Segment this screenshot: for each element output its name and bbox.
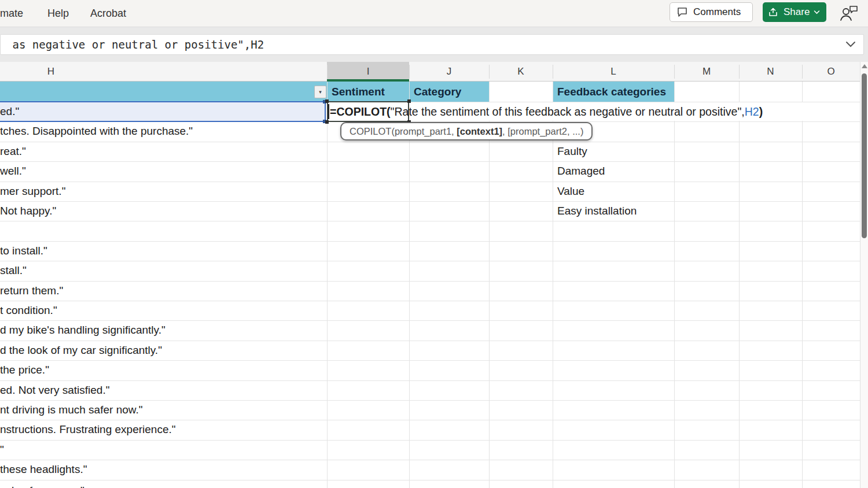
cell-l4[interactable]: Faulty [557,142,673,161]
table-header-category: Category [414,82,461,102]
vertical-scrollbar[interactable] [860,62,868,488]
sheet-grid: Sentiment Category Feedback categories ▾… [0,82,860,488]
comments-button[interactable]: Comments [670,2,753,22]
table-header-feedback-categories: Feedback categories [557,82,666,102]
column-header-j[interactable]: J [409,62,489,81]
cell-h3[interactable]: tches. Disappointed with the purchase." [0,121,325,141]
cell-i2-formula[interactable]: =COPILOT("Rate the sentiment of this fee… [330,102,763,121]
share-with-people-icon[interactable] [838,4,860,23]
cell-h13[interactable]: d my bike's handling significantly." [0,320,325,340]
cell-h16[interactable]: ed. Not very satisfied." [0,380,325,400]
chevron-down-icon [814,10,820,14]
cell-h6[interactable]: mer support." [0,182,325,201]
cell-h7[interactable]: Not happy." [0,201,325,221]
comments-button-label: Comments [693,6,741,18]
formula-bar-input[interactable]: as negative or neutral or positive",H2 [0,34,864,55]
column-divider [489,65,490,79]
gridline [0,480,860,480]
function-signature-tooltip: COPILOT(prompt_part1, [context1], [promp… [340,122,593,141]
menu-tab-acrobat[interactable]: Acrobat [90,0,126,27]
share-button-label: Share [784,6,810,18]
cell-h15[interactable]: the price." [0,360,325,380]
formula-string-argument: "Rate the sentiment of this feedback as … [391,105,745,118]
column-divider [553,65,553,79]
formula-bar-expand-chevron-icon[interactable] [844,40,857,49]
tooltip-text-pre: COPILOT(prompt_part1, [350,126,457,137]
cell-h11[interactable]: return them." [0,281,325,301]
cell-h5[interactable]: well." [0,161,325,181]
cell-h18[interactable]: nstructions. Frustrating experience." [0,420,325,439]
cell-h4[interactable]: reat." [0,142,325,161]
cell-l7[interactable]: Easy installation [557,201,673,221]
column-divider [739,65,740,79]
column-header-o[interactable]: O [802,62,860,81]
column-header-h[interactable]: H [0,62,102,81]
column-divider [674,65,675,79]
gridline [802,82,803,488]
column-divider [409,65,410,79]
cell-h20[interactable]: these headlights." [0,460,325,479]
column-header-l[interactable]: L [553,62,674,81]
tooltip-active-argument: [context1] [457,126,502,137]
cell-h21[interactable]: value for money." [0,481,325,488]
edit-cell-handle[interactable] [325,99,329,103]
scroll-up-arrow-icon[interactable] [862,64,867,68]
formula-function-name: =COPILOT( [330,105,391,118]
scrollbar-thumb[interactable] [862,73,867,238]
column-divider [327,65,328,79]
column-divider [802,65,803,79]
share-icon [768,7,779,17]
text-cursor [328,104,329,119]
cell-h14[interactable]: d the look of my car significantly." [0,341,325,360]
ribbon-menubar: mate Help Acrobat Comments Share [0,0,868,27]
filter-arrow-icon: ▾ [319,89,322,95]
share-button[interactable]: Share [763,2,826,22]
cell-h2-text: ed." [0,102,325,121]
column-header-i[interactable]: I [327,62,409,81]
comment-icon [677,7,689,17]
cell-l6[interactable]: Value [557,182,673,201]
menu-tab-help[interactable]: Help [47,0,69,27]
cell-h8[interactable] [0,221,325,241]
tooltip-text-post: , [prompt_part2, ...) [502,126,583,137]
formula-cell-reference: H2 [745,105,759,118]
gridline [553,82,553,488]
formula-close-paren: ) [759,105,763,118]
gridline [739,82,740,488]
menu-tab-automate[interactable]: mate [0,0,23,27]
edit-cell-handle[interactable] [325,120,329,124]
cell-l5[interactable]: Damaged [557,161,673,181]
cell-h17[interactable]: nt driving is much safer now." [0,400,325,420]
gridline [409,82,410,488]
table-header-sentiment: Sentiment [332,82,385,102]
cell-h10[interactable]: stall." [0,261,325,280]
filter-dropdown-button[interactable]: ▾ [314,86,326,98]
gridline [489,82,490,488]
column-header-n[interactable]: N [739,62,802,81]
column-header-m[interactable]: M [674,62,739,81]
cell-h12[interactable]: t condition." [0,301,325,320]
formula-bar-text: as negative or neutral or positive",H2 [6,35,264,54]
gridline [327,82,328,488]
gridline [674,82,675,488]
cell-h19[interactable]: " [0,440,325,460]
cell-h9[interactable]: to install." [0,241,325,261]
column-header-strip: H I J K L M N O [0,62,860,82]
column-header-k[interactable]: K [489,62,553,81]
excel-window: mate Help Acrobat Comments Share as nega… [0,0,868,488]
table-header-cell-h1[interactable] [0,82,327,102]
formula-bar-band: as negative or neutral or positive",H2 [0,27,868,62]
